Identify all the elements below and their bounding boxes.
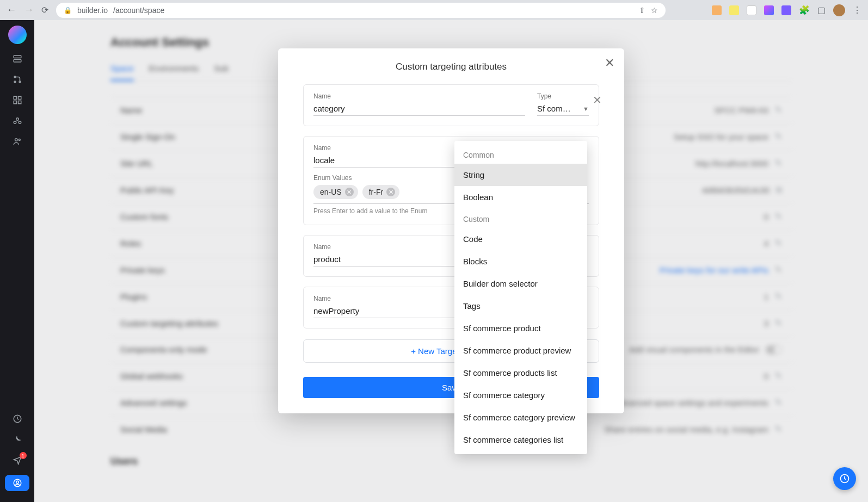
ext-icon-2[interactable] bbox=[729, 5, 739, 15]
attr-name-input[interactable] bbox=[313, 252, 471, 267]
type-label: Type bbox=[537, 92, 589, 100]
ext-icon-1[interactable] bbox=[712, 5, 722, 15]
back-icon[interactable]: ← bbox=[7, 4, 16, 16]
builder-logo[interactable] bbox=[8, 26, 27, 44]
panel-icon[interactable]: ▢ bbox=[817, 5, 826, 15]
name-label: Name bbox=[313, 92, 525, 100]
name-label: Name bbox=[313, 144, 471, 152]
dropdown-item[interactable]: String bbox=[454, 164, 587, 186]
svg-point-2 bbox=[14, 76, 16, 78]
nav-icon-theme[interactable] bbox=[11, 433, 23, 445]
dropdown-item[interactable]: Sf commerce category preview bbox=[454, 406, 587, 429]
share-icon[interactable]: ⇧ bbox=[639, 6, 645, 15]
nav-icon-apps[interactable] bbox=[11, 94, 23, 106]
nav-icon-content[interactable] bbox=[11, 53, 23, 65]
dropdown-group-custom: Custom bbox=[454, 208, 587, 228]
dropdown-group-common: Common bbox=[454, 144, 587, 164]
name-label: Name bbox=[313, 243, 471, 251]
dropdown-item[interactable]: Code bbox=[454, 228, 587, 250]
ext-icon-4[interactable] bbox=[764, 5, 774, 15]
nav-icon-settings[interactable] bbox=[11, 115, 23, 127]
svg-rect-8 bbox=[18, 101, 21, 104]
nav-account-button[interactable] bbox=[5, 475, 29, 491]
enum-chip: fr-Fr ✕ bbox=[362, 185, 399, 199]
url-path: /account/space bbox=[113, 6, 164, 15]
nav-icon-notifications[interactable] bbox=[11, 454, 23, 466]
address-bar[interactable]: 🔒 builder.io/account/space ⇧ ☆ bbox=[56, 3, 666, 18]
main-area: Account Settings Space Environments Sub … bbox=[34, 20, 868, 502]
ext-icon-3[interactable] bbox=[747, 5, 756, 15]
dropdown-item[interactable]: Builder dom selector bbox=[454, 272, 587, 295]
lock-icon: 🔒 bbox=[64, 7, 72, 14]
delete-attr-icon[interactable]: ✕ bbox=[593, 94, 602, 107]
app-sidebar bbox=[0, 20, 34, 502]
chevron-down-icon: ▼ bbox=[583, 106, 589, 112]
chrome-menu-icon[interactable]: ⋮ bbox=[853, 5, 861, 15]
enum-chip: en-US ✕ bbox=[313, 185, 358, 199]
svg-point-12 bbox=[15, 139, 17, 141]
svg-point-4 bbox=[14, 81, 16, 83]
dropdown-item[interactable]: Sf commerce product bbox=[454, 317, 587, 339]
nav-icon-people[interactable] bbox=[11, 135, 23, 147]
extensions-icon[interactable]: 🧩 bbox=[799, 5, 810, 15]
type-select[interactable]: Sf com… ▼ bbox=[537, 102, 589, 116]
modal-overlay: ✕ Custom targeting attributes Name Type … bbox=[34, 20, 868, 502]
svg-rect-5 bbox=[14, 96, 16, 99]
dropdown-item[interactable]: Boolean bbox=[454, 186, 587, 208]
browser-chrome: ← → ⟳ 🔒 builder.io/account/space ⇧ ☆ 🧩 ▢… bbox=[0, 0, 868, 20]
svg-rect-6 bbox=[18, 96, 21, 99]
svg-point-13 bbox=[19, 139, 20, 141]
attr-name-input[interactable] bbox=[313, 102, 525, 116]
svg-point-10 bbox=[14, 121, 16, 124]
svg-point-16 bbox=[16, 481, 19, 484]
svg-point-3 bbox=[19, 81, 21, 83]
star-icon[interactable]: ☆ bbox=[651, 6, 658, 15]
name-label: Name bbox=[313, 295, 471, 302]
attr-name-input[interactable] bbox=[313, 153, 471, 168]
svg-rect-1 bbox=[14, 60, 21, 63]
forward-icon[interactable]: → bbox=[24, 4, 34, 16]
remove-chip-icon[interactable]: ✕ bbox=[345, 188, 354, 196]
svg-point-9 bbox=[16, 118, 19, 121]
dropdown-item[interactable]: Sf commerce products list bbox=[454, 362, 587, 384]
type-dropdown: Common String Boolean Custom Code Blocks… bbox=[454, 141, 587, 454]
dropdown-item[interactable]: Sf commerce category bbox=[454, 384, 587, 406]
svg-rect-0 bbox=[14, 55, 21, 58]
url-host: builder.io bbox=[77, 6, 108, 15]
reload-icon[interactable]: ⟳ bbox=[41, 5, 48, 15]
nav-icon-models[interactable] bbox=[11, 73, 23, 85]
remove-chip-icon[interactable]: ✕ bbox=[386, 188, 395, 196]
dropdown-item[interactable]: Sf commerce product preview bbox=[454, 339, 587, 362]
attr-card: Name Type Sf com… ▼ ✕ bbox=[303, 84, 599, 126]
dropdown-item[interactable]: Tags bbox=[454, 295, 587, 317]
help-fab[interactable] bbox=[833, 467, 856, 490]
dropdown-item[interactable]: Blocks bbox=[454, 250, 587, 272]
profile-avatar[interactable] bbox=[833, 4, 845, 16]
svg-point-11 bbox=[19, 121, 21, 124]
attr-name-input[interactable] bbox=[313, 304, 471, 318]
nav-icon-clock[interactable] bbox=[11, 413, 23, 425]
svg-rect-7 bbox=[14, 101, 16, 104]
extension-icons: 🧩 ▢ ⋮ bbox=[712, 4, 861, 16]
close-icon[interactable]: ✕ bbox=[605, 56, 614, 70]
dropdown-item[interactable]: Sf commerce categories list bbox=[454, 429, 587, 451]
type-value: Sf com… bbox=[537, 104, 571, 113]
modal-title: Custom targeting attributes bbox=[303, 61, 599, 72]
ext-icon-5[interactable] bbox=[781, 5, 791, 15]
